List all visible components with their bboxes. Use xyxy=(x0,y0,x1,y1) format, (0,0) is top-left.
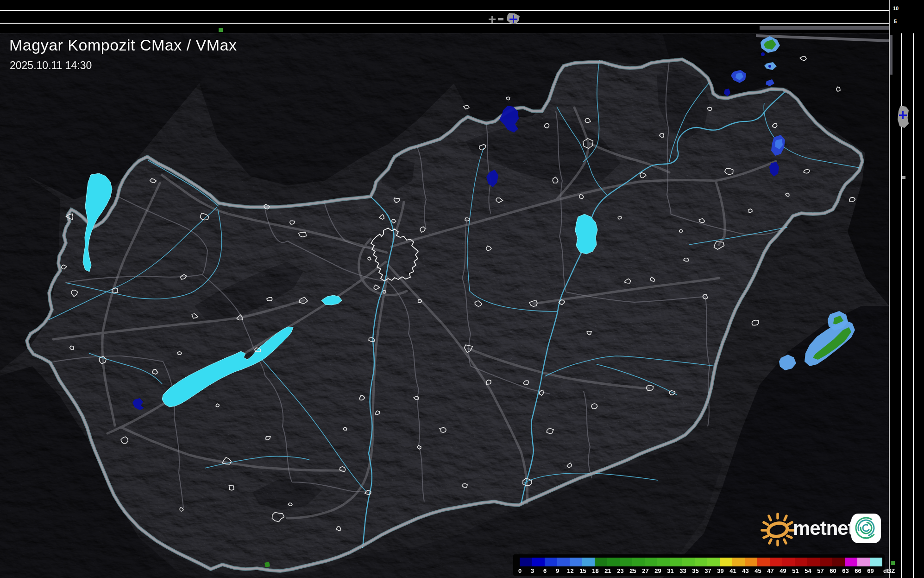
grain-texture xyxy=(0,0,889,578)
spiral-icon xyxy=(851,514,881,543)
colorbar-ticks: 0369121518212325272931333537394143454749… xyxy=(520,566,885,575)
echo-profile-green xyxy=(219,28,223,32)
colorbar-tick: 9 xyxy=(556,567,559,574)
vmax-marker-blue-cross xyxy=(509,15,517,23)
colorbar-segment xyxy=(757,558,770,566)
colorbar-tick: 69 xyxy=(867,567,874,574)
colorbar-segments xyxy=(520,558,882,566)
colorbar-tick: 6 xyxy=(543,567,547,574)
map-canvas[interactable] xyxy=(0,0,889,578)
colorbar-segment xyxy=(682,558,695,566)
echo-height-marker-dash xyxy=(498,18,503,20)
colorbar-segment xyxy=(557,558,570,566)
colorbar-segment xyxy=(595,558,607,566)
echo-height-marker-cross xyxy=(489,16,496,23)
domain-edge-strip-top xyxy=(760,26,889,30)
colorbar-tick: 66 xyxy=(855,567,861,574)
right-profile-panel: 5 10 xyxy=(890,0,924,578)
colorbar-tick: 41 xyxy=(729,567,736,574)
vmax-marker-blue-cross-right xyxy=(899,111,907,119)
radar-echo xyxy=(264,562,270,567)
right-panel-10km-line xyxy=(913,33,914,578)
colorbar-tick: 25 xyxy=(629,567,636,574)
colorbar-segment xyxy=(670,558,682,566)
colorbar-segment xyxy=(782,558,795,566)
colorbar-segment xyxy=(795,558,807,566)
colorbar-segment xyxy=(820,558,832,566)
radar-app: 10 5 5 10 Magyar Kompozit CMax / VMax 20… xyxy=(0,0,924,578)
colorbar-segment xyxy=(532,558,545,566)
page-title: Magyar Kompozit CMax / VMax xyxy=(9,36,237,54)
colorbar-segment xyxy=(582,558,595,566)
colorbar-tick: 27 xyxy=(642,567,648,574)
colorbar-segment xyxy=(607,558,620,566)
top-panel-10km-line xyxy=(0,10,889,11)
dbz-colorbar: 0369121518212325272931333537394143454749… xyxy=(513,554,885,576)
echo-profile-green-right xyxy=(891,561,895,565)
colorbar-segment xyxy=(570,558,582,566)
colorbar-tick: 15 xyxy=(579,567,586,574)
colorbar-tick: 54 xyxy=(805,567,811,574)
colorbar-tick: 51 xyxy=(792,567,798,574)
colorbar-segment xyxy=(807,558,820,566)
colorbar-tick: 37 xyxy=(704,567,711,574)
colorbar-tick: 0 xyxy=(518,567,522,574)
spiral-badge xyxy=(851,514,881,543)
colorbar-tick: 47 xyxy=(767,567,773,574)
panel-separator xyxy=(889,0,890,578)
colorbar-tick: 23 xyxy=(617,567,623,574)
colorbar-segment xyxy=(845,558,857,566)
colorbar-segment xyxy=(857,558,870,566)
top-panel-label-5: 5 xyxy=(894,19,897,24)
colorbar-segment xyxy=(707,558,720,566)
top-panel-label-10: 10 xyxy=(893,6,899,11)
colorbar-segment xyxy=(832,558,845,566)
colorbar-segment xyxy=(870,558,882,566)
colorbar-segment xyxy=(695,558,707,566)
top-panel-5km-line xyxy=(0,23,889,24)
colorbar-tick: 43 xyxy=(742,567,748,574)
colorbar-segment xyxy=(720,558,732,566)
colorbar-tick: 12 xyxy=(567,567,573,574)
colorbar-tick: 63 xyxy=(842,567,849,574)
colorbar-tick: 45 xyxy=(754,567,761,574)
colorbar-segment xyxy=(520,558,532,566)
radar-echo xyxy=(768,65,771,68)
colorbar-tick: 60 xyxy=(830,567,836,574)
colorbar-segment xyxy=(732,558,745,566)
colorbar-tick: 57 xyxy=(817,567,823,574)
colorbar-segment xyxy=(770,558,782,566)
colorbar-segment xyxy=(657,558,670,566)
colorbar-tick: 39 xyxy=(717,567,723,574)
colorbar-segment xyxy=(632,558,645,566)
colorbar-tick: 31 xyxy=(667,567,673,574)
radar-echo xyxy=(761,52,765,56)
colorbar-tick: 21 xyxy=(604,567,611,574)
colorbar-segment xyxy=(745,558,757,566)
colorbar-segment xyxy=(645,558,657,566)
top-profile-panel: 10 5 xyxy=(0,0,924,33)
timestamp: 2025.10.11 14:30 xyxy=(10,59,92,72)
colorbar-tick: 33 xyxy=(679,567,686,574)
logo-text: metnet xyxy=(793,517,854,540)
metnet-logo[interactable]: metnet xyxy=(760,511,885,547)
colorbar-unit: dBZ xyxy=(883,567,895,574)
colorbar-tick: 35 xyxy=(692,567,698,574)
colorbar-tick: 29 xyxy=(654,567,661,574)
colorbar-segment xyxy=(545,558,557,566)
echo-profile-dot xyxy=(902,176,905,179)
sun-icon xyxy=(760,511,796,547)
colorbar-tick: 3 xyxy=(531,567,534,574)
colorbar-tick: 18 xyxy=(592,567,598,574)
domain-edge-strip-right xyxy=(890,35,893,75)
colorbar-tick: 49 xyxy=(779,567,786,574)
colorbar-segment xyxy=(620,558,632,566)
